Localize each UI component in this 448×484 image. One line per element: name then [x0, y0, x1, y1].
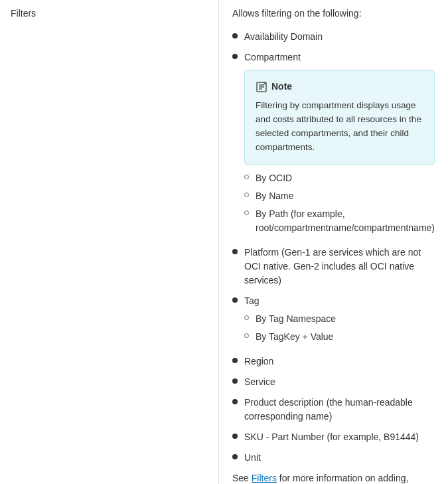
- list-item: Region: [232, 355, 435, 368]
- note-title: Note: [271, 80, 292, 94]
- footer-prefix: See: [232, 473, 252, 483]
- main-content: Allows filtering on the following: Avail…: [219, 0, 448, 484]
- bullet-icon: [232, 399, 238, 404]
- item-label: Service: [244, 375, 435, 389]
- sub-bullet-icon: [244, 175, 249, 179]
- bullet-icon: [232, 454, 238, 459]
- list-item: By Path (for example, root/compartmentna…: [244, 207, 435, 235]
- item-label: SKU - Part Number (for example, B91444): [244, 430, 435, 444]
- list-item: By TagKey + Value: [244, 330, 435, 344]
- bullet-icon: [232, 249, 238, 254]
- note-icon: [256, 81, 267, 93]
- bullet-icon: [232, 297, 238, 303]
- note-body: Filtering by compartment displays usage …: [256, 99, 423, 155]
- sub-bullet-icon: [244, 315, 249, 320]
- bullet-icon: [232, 434, 238, 439]
- list-item: By Tag Namespace: [244, 312, 435, 326]
- list-item-compartment: Compartment Note: [232, 50, 435, 239]
- tag-label: Tag: [244, 295, 260, 306]
- sidebar: Filters: [0, 0, 219, 484]
- bullet-icon: [232, 54, 238, 59]
- list-item: By OCID: [244, 171, 435, 185]
- note-box: Note Filtering by compartment displays u…: [244, 70, 435, 165]
- sub-bullet-icon: [244, 333, 249, 338]
- compartment-section: Compartment Note: [244, 50, 435, 239]
- tag-section: Tag By Tag Namespace By TagKey + Value: [244, 294, 435, 348]
- compartment-subitems: By OCID By Name By Path (for example, ro…: [244, 171, 435, 235]
- list-item: Unit: [232, 451, 435, 465]
- sub-bullet-icon: [244, 210, 249, 215]
- list-item: Product description (the human-readable …: [232, 396, 435, 424]
- filter-list: Availability Domain Compartment: [232, 30, 435, 465]
- item-label: Product description (the human-readable …: [244, 396, 435, 424]
- sub-item-label: By Path (for example, root/compartmentna…: [256, 207, 435, 235]
- page-layout: Filters Allows filtering on the followin…: [0, 0, 448, 484]
- tag-subitems: By Tag Namespace By TagKey + Value: [244, 312, 435, 344]
- sub-bullet-icon: [244, 193, 249, 197]
- list-item: SKU - Part Number (for example, B91444): [232, 430, 435, 444]
- intro-text: Allows filtering on the following:: [232, 7, 435, 21]
- list-item: Service: [232, 375, 435, 389]
- item-label: Region: [244, 355, 435, 368]
- sidebar-title: Filters: [11, 8, 36, 19]
- sub-item-label: By TagKey + Value: [256, 330, 333, 344]
- item-label: Availability Domain: [244, 30, 435, 44]
- bullet-icon: [232, 378, 238, 384]
- filters-link[interactable]: Filters: [252, 473, 277, 483]
- bullet-icon: [232, 358, 238, 363]
- list-item: By Name: [244, 189, 435, 203]
- sub-item-label: By Tag Namespace: [256, 312, 336, 326]
- bullet-icon: [232, 33, 238, 39]
- compartment-label: Compartment: [244, 52, 301, 62]
- sub-item-label: By Name: [256, 189, 294, 203]
- list-item-tag: Tag By Tag Namespace By TagKey + Value: [232, 294, 435, 348]
- list-item: Platform (Gen-1 are services which are n…: [232, 246, 435, 287]
- list-item: Availability Domain: [232, 30, 435, 44]
- sub-item-label: By OCID: [256, 171, 292, 185]
- footer-text: See Filters for more information on addi…: [232, 471, 435, 484]
- note-header: Note: [256, 80, 423, 94]
- item-label: Unit: [244, 451, 435, 465]
- item-label: Platform (Gen-1 are services which are n…: [244, 246, 435, 287]
